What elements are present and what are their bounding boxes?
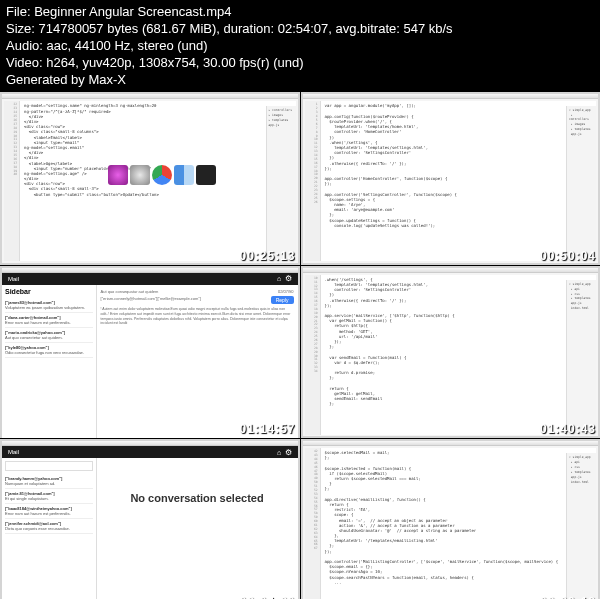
mail-header: Mail ⌂ ⚙: [2, 273, 298, 285]
code-snippet: .when('/settings', { templateUrl: 'templ…: [325, 277, 595, 407]
mac-dock: [105, 162, 219, 188]
generated-line: Generated by Max-X: [6, 72, 594, 89]
thumbnail-1: 22232425262728293031323334353637383940 n…: [0, 92, 300, 264]
home-icon[interactable]: ⌂: [277, 275, 281, 282]
file-tree: ▸ controllers▸ images▸ templatesapp.js: [266, 106, 296, 261]
timestamp: 01:14:57: [239, 422, 295, 436]
app-icon[interactable]: [108, 165, 128, 185]
timestamp: 02:04:20: [239, 595, 295, 599]
code-snippet: var app = angular.module('myApp', []); a…: [325, 103, 595, 228]
mail-sidebar: ["brandy.hamm@yahoo.com"]Numquam et volu…: [2, 458, 97, 599]
file-tree: ▾ simple_app ▸ api ▸ css ▸ templates app…: [566, 280, 596, 435]
sidebar-title: Sidebar: [5, 288, 93, 295]
mail-title: Mail: [8, 449, 19, 455]
code-snippet: $scope.selectedMail = mail; }; $scope.is…: [325, 450, 595, 585]
mail-date: 02/07/90: [278, 289, 294, 294]
mail-from: ["eriam.connerly@hotmail.com"]["mellie@e…: [101, 296, 201, 304]
chrome-icon[interactable]: [152, 165, 172, 185]
mail-body-text: ! Autem aut enim dolor voluptatem molest…: [101, 307, 294, 327]
terminal-icon[interactable]: [196, 165, 216, 185]
mail-list-item[interactable]: ["mario.ondricka@yahoo.com"]Aut quo cons…: [5, 328, 93, 343]
mail-list-item[interactable]: ["dana.carter@hotmail.com"]Error nam aut…: [5, 313, 93, 328]
home-icon[interactable]: ⌂: [277, 449, 281, 456]
no-conversation-label: No conversation selected: [101, 482, 294, 514]
timestamp: 00:25:13: [239, 249, 295, 263]
search-input[interactable]: [5, 461, 93, 471]
gear-icon[interactable]: ⚙: [285, 448, 292, 457]
mail-list-item[interactable]: ["brandy.hamm@yahoo.com"]Numquam et volu…: [5, 474, 93, 489]
thumbnail-4: 1011121314151617181920212223242526272829…: [301, 266, 601, 438]
video-line: Video: h264, yuv420p, 1308x754, 30.00 fp…: [6, 55, 594, 72]
thumbnail-2: 1234567891011121314151617181920212223242…: [301, 92, 601, 264]
file-tree: ▾ simple_app ▸ controllers ▸ images ▸ te…: [566, 106, 596, 261]
timestamp: 02:29:12: [540, 595, 596, 599]
mail-subject: Aut quo consequatur aut quidem: [101, 289, 159, 294]
file-line: File: Beginner Angular Screencast.mp4: [6, 4, 594, 21]
mail-list-item[interactable]: ["baac8184@wintheimyahoo.com"]Error nam …: [5, 504, 93, 519]
thumbnail-grid: 22232425262728293031323334353637383940 n…: [0, 92, 600, 599]
safari-icon[interactable]: [130, 165, 150, 185]
thumbnail-6: 4243444546474849505152535455565758596061…: [301, 439, 601, 599]
finder-icon[interactable]: [174, 165, 194, 185]
audio-line: Audio: aac, 44100 Hz, stereo (und): [6, 38, 594, 55]
mail-list-item[interactable]: ["kyle80@yahoo.com"]Odio consectetur fug…: [5, 343, 93, 358]
mail-list-item[interactable]: ["jennifer.schmidt@aol.com"]Dicta quo co…: [5, 519, 93, 534]
timestamp: 00:50:04: [540, 249, 596, 263]
timestamp: 01:40:43: [540, 422, 596, 436]
mail-content: Aut quo consequatur aut quidem 02/07/90 …: [97, 285, 298, 438]
mail-list-item[interactable]: ["james83@hotmail.com"]Voluptatem ea ips…: [5, 298, 93, 313]
thumbnail-3: Mail ⌂ ⚙ Sidebar ["james83@hotmail.com"]…: [0, 266, 300, 438]
mail-title: Mail: [8, 276, 19, 282]
thumbnail-5: Mail ⌂ ⚙ ["brandy.hamm@yahoo.com"]Numqua…: [0, 439, 300, 599]
mail-content: No conversation selected: [97, 458, 298, 599]
mail-header: Mail ⌂ ⚙: [2, 446, 298, 458]
mail-list-item[interactable]: ["jamie.81@hotmail.com"]Et qui single vo…: [5, 489, 93, 504]
mail-sidebar: Sidebar ["james83@hotmail.com"]Voluptate…: [2, 285, 97, 438]
file-tree: ▾ simple_app ▸ api ▸ css ▸ templates app…: [566, 453, 596, 599]
gear-icon[interactable]: ⚙: [285, 274, 292, 283]
size-line: Size: 714780057 bytes (681.67 MiB), dura…: [6, 21, 594, 38]
reply-button[interactable]: Reply: [271, 296, 294, 304]
